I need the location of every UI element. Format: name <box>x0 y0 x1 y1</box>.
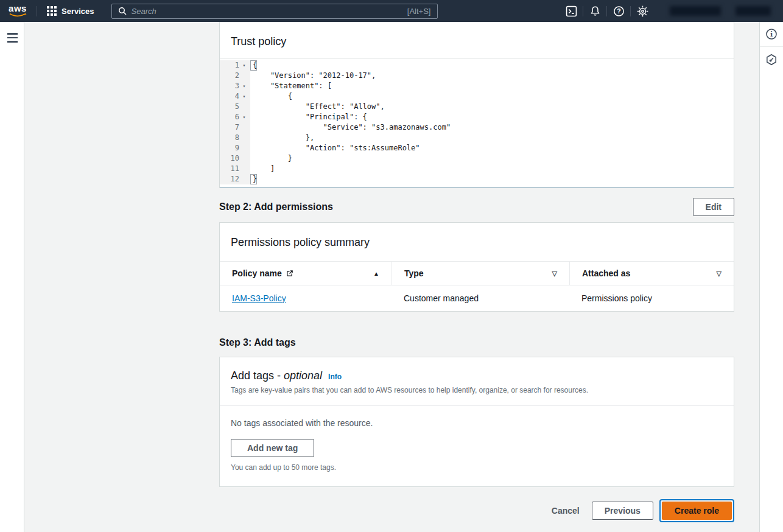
trust-policy-card: Trust policy 1▾ { 2 "Version": "2012-10-… <box>219 22 734 188</box>
cancel-button[interactable]: Cancel <box>546 502 586 519</box>
external-link-icon <box>286 270 293 278</box>
code-fold-toggle[interactable]: ▾ <box>239 60 249 71</box>
trust-policy-title: Trust policy <box>231 35 723 48</box>
code-line: 4▾ { <box>220 91 734 102</box>
right-tools-rail: i <box>759 22 783 532</box>
trust-policy-code-editor: 1▾ { 2 "Version": "2012-10-17", 3▾ "Stat… <box>220 58 734 187</box>
code-line: 1▾ { <box>220 60 734 71</box>
left-nav-rail <box>0 22 24 532</box>
sort-ascending-icon: ▲ <box>373 270 379 277</box>
gear-icon <box>637 5 648 17</box>
code-line: 12 } <box>220 174 734 184</box>
column-header-attached-as[interactable]: Attached as ▽ <box>569 262 734 285</box>
create-role-button[interactable]: Create role <box>662 502 732 520</box>
code-fold-toggle[interactable]: ▾ <box>239 112 249 122</box>
open-menu-button[interactable] <box>0 22 24 49</box>
code-line: 11 ] <box>220 164 734 174</box>
add-tags-title: Add tags - optional <box>231 369 322 382</box>
global-search-box[interactable]: [Alt+S] <box>111 4 438 19</box>
filter-icon: ▽ <box>552 270 557 278</box>
svg-text:?: ? <box>617 7 620 15</box>
no-tags-message: No tags associated with the resource. <box>231 418 723 428</box>
aws-smile-icon <box>9 13 27 18</box>
resources-panel-button[interactable] <box>760 47 783 72</box>
search-shortcut-hint: [Alt+S] <box>407 7 431 16</box>
notifications-button[interactable] <box>583 0 606 22</box>
code-line: 7 "Service": "s3.amazonaws.com" <box>220 122 734 133</box>
filter-icon: ▽ <box>717 270 722 278</box>
previous-button[interactable]: Previous <box>592 502 653 520</box>
permissions-summary-title: Permissions policy summary <box>231 236 723 249</box>
code-fold-toggle[interactable]: ▾ <box>239 91 249 102</box>
info-link[interactable]: Info <box>328 373 342 381</box>
code-line: 8 }, <box>220 133 734 143</box>
services-label: Services <box>61 7 94 16</box>
code-fold-toggle[interactable]: ▾ <box>239 81 249 91</box>
services-menu-button[interactable]: Services <box>38 6 103 16</box>
aws-logo-text: aws <box>9 4 27 13</box>
policy-name-link[interactable]: IAM-S3-Policy <box>232 293 286 303</box>
info-icon: i <box>765 28 778 40</box>
permissions-table-header: Policy name ▲ Type ▽ Attac <box>220 261 734 285</box>
code-line: 10 } <box>220 153 734 164</box>
code-line: 6▾ "Principal": { <box>220 112 734 122</box>
code-line: 5 "Effect": "Allow", <box>220 102 734 112</box>
policy-attached-as-cell: Permissions policy <box>569 293 734 303</box>
tag-limit-note: You can add up to 50 more tags. <box>231 463 723 472</box>
code-line: 2 "Version": "2012-10-17", <box>220 71 734 81</box>
create-role-focus-ring: Create role <box>659 499 734 522</box>
bell-icon <box>589 5 601 17</box>
edit-permissions-button[interactable]: Edit <box>693 198 734 216</box>
aws-logo[interactable]: aws <box>9 4 27 18</box>
help-question-icon: ? <box>613 5 625 17</box>
code-line: 9 "Action": "sts:AssumeRole" <box>220 143 734 153</box>
svg-text:i: i <box>770 30 773 38</box>
add-new-tag-button[interactable]: Add new tag <box>231 439 314 457</box>
cloudshell-terminal-icon <box>566 5 577 17</box>
help-button[interactable]: ? <box>607 0 630 22</box>
table-row: IAM-S3-Policy Customer managed Permissio… <box>220 285 734 311</box>
hexagon-icon <box>765 54 778 66</box>
info-panel-button[interactable]: i <box>760 22 783 47</box>
topbar-divider <box>37 6 37 16</box>
add-tags-description: Tags are key-value pairs that you can ad… <box>231 386 723 394</box>
policy-type-cell: Customer managed <box>392 293 569 303</box>
column-header-type[interactable]: Type ▽ <box>392 262 569 285</box>
settings-button[interactable] <box>631 0 654 22</box>
column-header-policy-name[interactable]: Policy name ▲ <box>220 262 392 285</box>
services-grid-icon <box>47 6 57 16</box>
cloudshell-button[interactable] <box>560 0 583 22</box>
add-tags-card: Add tags - optional Info Tags are key-va… <box>219 357 734 487</box>
account-name-menu-redacted[interactable] <box>736 6 771 16</box>
main-content: Trust policy 1▾ { 2 "Version": "2012-10-… <box>24 22 759 532</box>
step3-heading: Step 3: Add tags <box>219 337 296 348</box>
permissions-summary-card: Permissions policy summary Policy name ▲… <box>219 222 734 312</box>
hamburger-icon <box>7 33 18 35</box>
search-icon <box>118 7 127 15</box>
top-navigation-bar: aws Services [Alt+S] <box>0 0 783 22</box>
search-input[interactable] <box>132 7 407 16</box>
code-line: 3▾ "Statement": [ <box>220 81 734 91</box>
account-region-menu-redacted[interactable] <box>670 6 721 16</box>
step2-heading: Step 2: Add permissions <box>219 201 333 212</box>
